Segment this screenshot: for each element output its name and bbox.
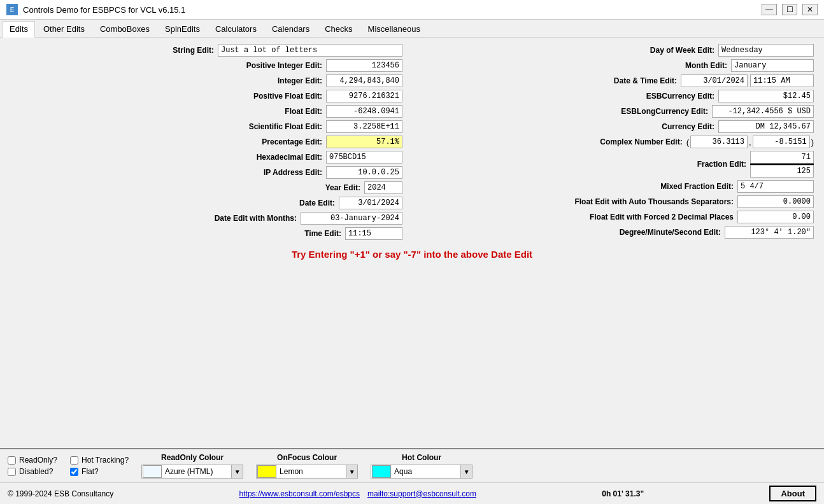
- day-of-week-input[interactable]: [718, 44, 814, 57]
- positive-float-edit-row: Positive Float Edit:: [10, 90, 402, 102]
- positive-float-input[interactable]: [326, 90, 402, 102]
- positive-integer-label: Positive Integer Edit:: [246, 61, 322, 70]
- datetime-edit-row: Date & Time Edit:: [422, 74, 814, 87]
- status-bar: © 1999-2024 ESB Consultancy https://www.…: [0, 482, 824, 504]
- string-edit-row: String Edit:: [10, 44, 402, 57]
- menu-item-other-edits[interactable]: Other Edits: [36, 21, 92, 37]
- complex-comma: ,: [749, 137, 751, 147]
- integer-edit-input[interactable]: [326, 74, 402, 87]
- float-auto-thousands-input[interactable]: [737, 195, 814, 208]
- flat-checkbox[interactable]: [70, 468, 78, 476]
- time-input[interactable]: [345, 227, 402, 240]
- positive-integer-input[interactable]: [326, 59, 402, 72]
- date-edit-row: Date Edit:: [10, 197, 402, 209]
- flat-label: Flat?: [82, 467, 99, 476]
- hex-input[interactable]: [326, 151, 402, 164]
- maximize-button[interactable]: ☐: [782, 4, 797, 15]
- hot-colour-swatch: [372, 465, 391, 478]
- esbcurrency-input[interactable]: [718, 90, 814, 102]
- currency-label: Currency Edit:: [662, 122, 714, 131]
- title-bar: E Controls Demo for ESBPCS for VCL v6.15…: [0, 0, 824, 20]
- menu-item-spinedits[interactable]: SpinEdits: [158, 21, 207, 37]
- month-input[interactable]: [731, 59, 814, 72]
- day-of-week-row: Day of Week Edit:: [422, 44, 814, 57]
- hot-colour-section: Hot Colour Aqua ▼: [371, 453, 472, 479]
- datetime-time-input[interactable]: [750, 74, 814, 87]
- float-forced-decimal-label: Float Edit with Forced 2 Decimal Places: [590, 213, 734, 221]
- hot-colour-dropdown[interactable]: Aqua ▼: [371, 465, 472, 479]
- ip-input[interactable]: [326, 166, 402, 179]
- website-link[interactable]: https://www.esbconsult.com/esbpcs: [239, 489, 360, 498]
- degree-input[interactable]: [725, 226, 814, 239]
- hot-colour-arrow[interactable]: ▼: [460, 465, 472, 478]
- close-button[interactable]: ✕: [802, 4, 818, 15]
- readonly-colour-dropdown[interactable]: Azure (HTML) ▼: [141, 465, 243, 479]
- menu-item-comboboxes[interactable]: ComboBoxes: [93, 21, 157, 37]
- readonly-colour-name: Azure (HTML): [162, 467, 231, 476]
- ip-label: IP Address Edit:: [264, 168, 322, 177]
- scientific-float-label: Scientific Float Edit:: [249, 122, 322, 131]
- hint-text: Try Entering "+1" or say "-7" into the a…: [10, 244, 814, 265]
- esbcurrency-row: ESBCurrency Edit:: [422, 90, 814, 102]
- onfocus-colour-arrow[interactable]: ▼: [346, 465, 357, 478]
- fraction-denominator-input[interactable]: [750, 165, 814, 178]
- percentage-input[interactable]: [326, 136, 402, 148]
- complex-close-paren: ): [811, 137, 814, 147]
- percentage-edit-row: Precentage Edit:: [10, 136, 402, 148]
- fraction-numerator-input[interactable]: [750, 151, 814, 164]
- hot-colour-name: Aqua: [392, 467, 460, 476]
- float-edit-label: Float Edit:: [285, 107, 322, 116]
- scientific-float-row: Scientific Float Edit:: [10, 120, 402, 133]
- integer-edit-label: Integer Edit:: [278, 76, 322, 85]
- float-edit-input[interactable]: [326, 105, 402, 118]
- year-input[interactable]: [364, 181, 402, 194]
- date-months-input[interactable]: [301, 212, 402, 225]
- mixed-fraction-input[interactable]: [737, 180, 814, 193]
- date-edit-input[interactable]: [339, 197, 402, 209]
- datetime-date-input[interactable]: [681, 74, 748, 87]
- string-edit-input[interactable]: [218, 44, 402, 57]
- email-link[interactable]: mailto:support@esbconsult.com: [367, 489, 476, 498]
- scientific-float-input[interactable]: [326, 120, 402, 133]
- checkbox-group-left: ReadOnly? Disabled?: [8, 456, 57, 476]
- right-column: Day of Week Edit: Month Edit: Date & Tim…: [422, 44, 814, 242]
- window-title: Controls Demo for ESBPCS for VCL v6.15.1: [23, 5, 185, 15]
- readonly-checkbox[interactable]: [8, 456, 16, 465]
- menu-item-miscellaneous[interactable]: Miscellaneous: [361, 21, 427, 37]
- float-auto-thousands-row: Float Edit with Auto Thousands Separator…: [422, 195, 814, 208]
- month-label: Month Edit:: [685, 61, 727, 70]
- month-edit-row: Month Edit:: [422, 59, 814, 72]
- hot-colour-title: Hot Colour: [402, 453, 441, 462]
- time-label: Time Edit:: [304, 229, 341, 238]
- integer-edit-row: Integer Edit:: [10, 74, 402, 87]
- menu-item-checks[interactable]: Checks: [318, 21, 359, 37]
- onfocus-colour-swatch: [257, 465, 276, 478]
- float-forced-decimal-input[interactable]: [737, 211, 814, 223]
- readonly-colour-arrow[interactable]: ▼: [231, 465, 243, 478]
- esblongcurrency-input[interactable]: [712, 105, 814, 118]
- degree-edit-row: Degree/Minute/Second Edit:: [422, 226, 814, 239]
- degree-label: Degree/Minute/Second Edit:: [620, 228, 721, 237]
- currency-input[interactable]: [718, 120, 814, 133]
- menu-item-calculators[interactable]: Calculators: [208, 21, 264, 37]
- bottom-bar: ReadOnly? Disabled? Hot Tracking? Flat? …: [0, 448, 824, 482]
- complex-real-input[interactable]: [690, 136, 748, 148]
- minimize-button[interactable]: —: [762, 4, 777, 15]
- disabled-checkbox[interactable]: [8, 468, 16, 476]
- date-edit-label: Date Edit:: [299, 199, 335, 207]
- hottracking-checkbox[interactable]: [70, 456, 78, 465]
- fraction-row: Fraction Edit:: [422, 151, 814, 178]
- onfocus-colour-section: OnFocus Colour Lemon ▼: [256, 453, 358, 479]
- menu-item-edits[interactable]: Edits: [3, 21, 35, 38]
- complex-imag-input[interactable]: [753, 136, 810, 148]
- onfocus-colour-dropdown[interactable]: Lemon ▼: [256, 465, 358, 479]
- main-content: String Edit: Positive Integer Edit: Inte…: [0, 38, 824, 448]
- about-button[interactable]: About: [769, 486, 816, 501]
- fraction-label: Fraction Edit:: [697, 160, 746, 169]
- date-months-row: Date Edit with Months:: [10, 212, 402, 225]
- esbcurrency-label: ESBCurrency Edit:: [646, 92, 714, 101]
- hottracking-label: Hot Tracking?: [82, 456, 129, 465]
- percentage-label: Precentage Edit:: [262, 137, 322, 146]
- year-label: Year Edit:: [325, 183, 360, 192]
- menu-item-calendars[interactable]: Calendars: [265, 21, 316, 37]
